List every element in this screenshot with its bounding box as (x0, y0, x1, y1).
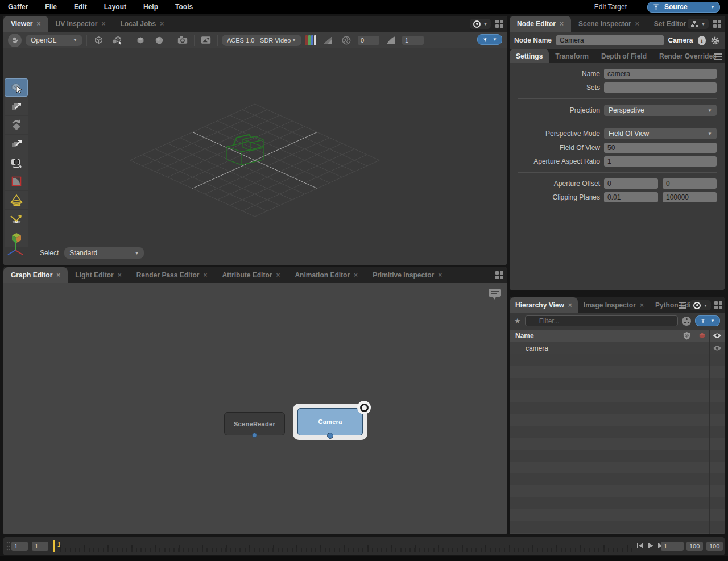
layout-menu-icon[interactable] (714, 301, 722, 309)
renderer-dropdown[interactable]: OpenGL ▼ (26, 35, 82, 46)
tab-local-jobs[interactable]: Local Jobs × (113, 16, 172, 32)
tab-viewer[interactable]: Viewer × (3, 16, 48, 32)
frame-ruler-minor-ticks[interactable] (60, 548, 635, 552)
subtab-transform[interactable]: Transform (549, 49, 595, 63)
name-input[interactable] (604, 69, 717, 79)
tab-image-inspector[interactable]: Image Inspector × (578, 297, 650, 313)
hierarchy-row-camera[interactable]: camera (510, 342, 725, 354)
layout-menu-icon[interactable] (713, 20, 721, 28)
sets-input[interactable] (604, 82, 717, 93)
close-icon[interactable]: × (36, 20, 40, 27)
close-icon[interactable]: × (568, 302, 572, 309)
tab-scene-inspector[interactable]: Scene Inspector × (571, 16, 647, 32)
tab-uv-inspector[interactable]: UV Inspector × (48, 16, 113, 32)
tab-graph-editor[interactable]: Graph Editor × (3, 267, 68, 283)
menu-tools[interactable]: Tools (175, 3, 193, 11)
filter-input[interactable] (525, 315, 678, 326)
gamma-button[interactable] (383, 34, 398, 47)
start-frame-input[interactable] (11, 542, 28, 551)
tab-light-editor[interactable]: Light Editor × (68, 267, 129, 283)
translate-tool-button[interactable] (5, 97, 28, 115)
gamma-input[interactable] (402, 36, 424, 45)
shaded-mode-button[interactable] (152, 34, 167, 47)
menu-layout[interactable]: Layout (104, 3, 126, 11)
viewer-pin-dropdown[interactable]: ▼ (477, 34, 502, 45)
tab-hierarchy-view[interactable]: Hierarchy View × (510, 297, 578, 313)
menu-edit[interactable]: Edit (74, 3, 87, 11)
clipping-planes-near-input[interactable] (604, 192, 658, 202)
node-camera[interactable]: Camera (297, 408, 363, 435)
tab-node-editor[interactable]: Node Editor × (510, 16, 571, 32)
subtab-depth-of-field[interactable]: Depth of Field (595, 49, 653, 63)
range-start-input[interactable] (32, 542, 48, 551)
close-icon[interactable]: × (118, 272, 122, 279)
close-icon[interactable]: × (354, 272, 358, 279)
close-icon[interactable]: × (438, 272, 442, 279)
channels-rgb-icon[interactable] (305, 35, 316, 45)
viewer-target-menu[interactable]: ▼ (470, 19, 491, 29)
menu-icon[interactable] (679, 302, 686, 309)
menu-gaffer[interactable]: Gaffer (8, 3, 28, 11)
hierarchy-pin-dropdown[interactable]: ▼ (695, 315, 720, 326)
close-icon[interactable]: × (160, 20, 164, 27)
close-icon[interactable]: × (203, 272, 207, 279)
render-cell[interactable] (694, 342, 709, 354)
solid-shading-button[interactable] (133, 34, 148, 47)
node-editor-link-menu[interactable]: ▼ (688, 19, 709, 29)
aperture-offset-y-input[interactable] (663, 178, 717, 189)
name-column-header[interactable]: Name (510, 332, 679, 340)
sets-column-header[interactable] (679, 330, 694, 342)
close-icon[interactable]: × (640, 302, 644, 309)
select-mode-dropdown[interactable]: Standard ▼ (64, 247, 144, 259)
focus-node-indicator[interactable] (357, 401, 371, 414)
play-icon[interactable] (647, 542, 654, 550)
wireframe-cube-button[interactable] (91, 34, 106, 47)
projection-dropdown[interactable]: Perspective ▼ (604, 105, 717, 116)
close-icon[interactable]: × (276, 272, 280, 279)
close-icon[interactable]: × (560, 20, 564, 27)
select-tool-button[interactable] (5, 78, 28, 97)
menu-help[interactable]: Help (143, 3, 158, 11)
close-icon[interactable]: × (102, 20, 106, 27)
gear-icon[interactable] (710, 35, 720, 46)
menu-file[interactable]: File (45, 3, 57, 11)
exposure-button[interactable] (320, 34, 335, 47)
perspective-mode-dropdown[interactable]: Field Of View ▼ (604, 128, 717, 139)
node-camera-output-plug[interactable] (327, 433, 333, 439)
light-position-tool-button[interactable] (5, 210, 28, 228)
scale-tool-button[interactable] (5, 135, 28, 153)
pan-tool-button[interactable] (8, 34, 22, 47)
close-icon[interactable]: × (56, 272, 60, 279)
camera-settings-button[interactable] (175, 34, 190, 47)
drag-handle[interactable] (6, 541, 10, 551)
edit-target-dropdown[interactable]: Source ▼ (647, 2, 720, 13)
tab-primitive-inspector[interactable]: Primitive Inspector × (365, 267, 449, 283)
close-icon[interactable]: × (635, 20, 639, 27)
light-tool-button[interactable] (5, 191, 28, 209)
annotation-icon[interactable] (487, 288, 502, 301)
subtab-render-overrides[interactable]: Render Overrides (653, 49, 723, 63)
clipping-planes-far-input[interactable] (663, 192, 717, 202)
tab-render-pass-editor[interactable]: Render Pass Editor × (129, 267, 215, 283)
layout-menu-icon[interactable] (495, 20, 503, 28)
hierarchy-target-menu[interactable]: ▼ (690, 300, 711, 310)
render-column-header[interactable] (694, 330, 709, 342)
node-graph-canvas[interactable]: SceneReader Camera (3, 283, 507, 534)
crop-window-tool-button[interactable] (5, 172, 28, 190)
info-icon[interactable]: i (698, 36, 706, 45)
end-frame-input[interactable] (706, 542, 723, 551)
current-frame-input[interactable] (661, 542, 684, 551)
playhead[interactable] (53, 540, 55, 552)
filter-settings-icon[interactable] (682, 317, 691, 326)
menu-icon[interactable] (714, 53, 722, 60)
tab-animation-editor[interactable]: Animation Editor × (287, 267, 365, 283)
aperture-offset-x-input[interactable] (604, 178, 658, 189)
camera-tool-button[interactable] (5, 153, 28, 172)
node-scenereader[interactable]: SceneReader (224, 412, 285, 435)
viewport-3d[interactable]: Select Standard ▼ (3, 48, 507, 265)
display-transform-dropdown[interactable]: ACES 1.0 - SDR Video ▼ (222, 35, 301, 46)
star-icon[interactable]: ★ (514, 317, 521, 325)
aperture-aspect-ratio-input[interactable] (604, 156, 717, 167)
tab-attribute-editor[interactable]: Attribute Editor × (214, 267, 287, 283)
sets-cell[interactable] (679, 342, 694, 354)
